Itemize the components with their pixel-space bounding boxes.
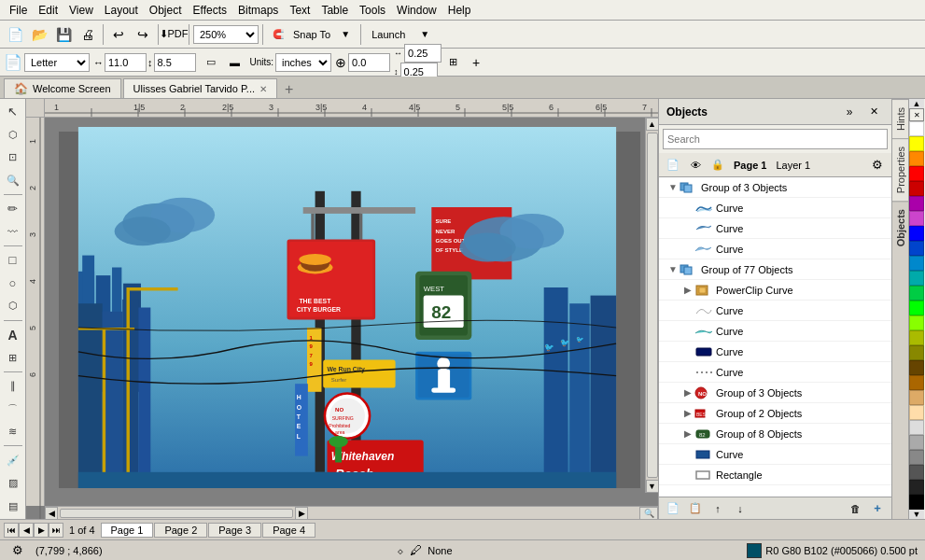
obj-curve-1[interactable]: ▶ Curve: [659, 198, 891, 218]
obj-curve-blue2[interactable]: ▶ Curve: [659, 444, 891, 465]
save-button[interactable]: 💾: [52, 23, 75, 46]
page-tab-3[interactable]: Page 3: [208, 523, 261, 538]
color-7[interactable]: [909, 226, 924, 241]
print-button[interactable]: 🖨: [77, 23, 99, 46]
side-tab-hints[interactable]: Hints: [892, 99, 908, 138]
menu-file[interactable]: File: [4, 2, 33, 19]
obj-curve-dashed[interactable]: ▶ Curve: [659, 362, 891, 383]
color-22[interactable]: [909, 450, 924, 465]
blend-tool[interactable]: ≋: [2, 421, 24, 443]
menu-edit[interactable]: Edit: [33, 2, 63, 19]
color-8[interactable]: [909, 241, 924, 256]
obj-group-3[interactable]: ▼ Group of 3 Objects: [659, 177, 891, 198]
panel-move-down-btn[interactable]: ↓: [730, 499, 750, 518]
menu-text[interactable]: Text: [284, 2, 315, 19]
panel-close[interactable]: ✕: [863, 103, 884, 121]
scroll-up-button[interactable]: ▲: [646, 118, 659, 131]
obj-curve-dark[interactable]: ▶ Curve: [659, 342, 891, 362]
layer-eye-btn[interactable]: 👁: [685, 156, 706, 175]
color-19[interactable]: [909, 405, 924, 420]
zoom-out-button[interactable]: 🔍: [639, 507, 658, 520]
expand-icon-group-77[interactable]: ▼: [666, 263, 680, 276]
smart-draw-tool[interactable]: 〰: [2, 221, 24, 244]
menu-object[interactable]: Object: [144, 2, 188, 19]
color-23[interactable]: [909, 465, 924, 480]
selection-tool[interactable]: ↖: [2, 101, 24, 123]
snap-dropdown[interactable]: ▼: [334, 23, 357, 46]
palette-scroll-down[interactable]: ▼: [909, 510, 924, 519]
side-tab-objects[interactable]: Objects: [892, 201, 908, 254]
color-13[interactable]: [909, 315, 924, 330]
zoom-tool[interactable]: 🔍: [2, 170, 24, 192]
color-white[interactable]: [909, 121, 924, 136]
parallel-tool[interactable]: ∥: [2, 375, 24, 398]
color-21[interactable]: [909, 435, 924, 450]
color-12[interactable]: [909, 301, 924, 315]
panel-add-plus-btn[interactable]: +: [867, 499, 888, 518]
tab-welcome[interactable]: 🏠 Welcome Screen: [4, 78, 121, 98]
obj-curve-3[interactable]: ▶ Curve: [659, 239, 891, 259]
color-17[interactable]: [909, 375, 924, 390]
page-next-btn[interactable]: ▶: [34, 523, 49, 538]
color-4[interactable]: [909, 181, 924, 196]
color-14[interactable]: [909, 330, 924, 345]
color-3[interactable]: [909, 166, 924, 181]
zoom-select[interactable]: 250% 100% 75% 50%: [193, 25, 259, 44]
panel-add-layer-btn[interactable]: 📋: [685, 499, 706, 518]
expand-icon-g8[interactable]: ▶: [681, 427, 694, 441]
palette-scroll-up[interactable]: ▲: [909, 99, 924, 108]
menu-view[interactable]: View: [63, 2, 99, 19]
expand-icon-g3i[interactable]: ▶: [681, 386, 694, 399]
scroll-thumb-h[interactable]: [60, 509, 293, 518]
obj-group-2[interactable]: ▶ BEST Group of 2 Objects: [659, 403, 891, 424]
rect-tool[interactable]: □: [2, 249, 24, 272]
color-9[interactable]: [909, 256, 924, 271]
color-16[interactable]: [909, 360, 924, 375]
color-11[interactable]: [909, 286, 924, 301]
table-tool[interactable]: ⊞: [2, 346, 24, 369]
page-tab-2[interactable]: Page 2: [154, 523, 207, 538]
tab-add-button[interactable]: +: [279, 81, 299, 98]
panel-new-layer-btn[interactable]: 📄: [663, 499, 683, 518]
resize-page-btn[interactable]: ⊞: [445, 51, 461, 74]
page-icon-btn[interactable]: 📄: [663, 156, 683, 175]
tab-close-icon[interactable]: ✕: [259, 84, 267, 94]
color-20[interactable]: [909, 420, 924, 435]
color-2[interactable]: [909, 151, 924, 166]
color-15[interactable]: [909, 345, 924, 360]
interactive-fill-tool[interactable]: ▨: [2, 472, 24, 495]
launch-dropdown[interactable]: ▼: [413, 23, 436, 46]
menu-window[interactable]: Window: [391, 2, 442, 19]
landscape-btn[interactable]: ▬: [224, 51, 246, 74]
side-tab-properties[interactable]: Properties: [892, 138, 908, 201]
layer-lock-btn[interactable]: 🔒: [708, 156, 728, 175]
freehand-tool[interactable]: ✏: [2, 198, 24, 220]
no-color-swatch[interactable]: ✕: [909, 108, 924, 121]
expand-icon-group-3[interactable]: ▼: [666, 181, 680, 194]
panel-move-up-btn[interactable]: ↑: [708, 499, 728, 518]
status-settings-btn[interactable]: ⚙: [7, 541, 28, 560]
obj-group-3-inner[interactable]: ▶ NO Group of 3 Objects: [659, 383, 891, 403]
nudge-h-input[interactable]: [404, 44, 441, 63]
smart-fill-tool[interactable]: ▤: [2, 495, 24, 517]
page-tab-4[interactable]: Page 4: [262, 523, 315, 538]
new-button[interactable]: 📄: [4, 23, 26, 46]
paper-size-select[interactable]: Letter: [24, 53, 90, 72]
expand-icon-powerclip[interactable]: ▶: [681, 284, 694, 297]
scroll-right-button[interactable]: ▶: [295, 507, 308, 520]
obj-curve-outline[interactable]: ▶ Curve: [659, 301, 891, 321]
text-tool[interactable]: A: [2, 324, 24, 346]
obj-group-8[interactable]: ▶ 82 Group of 8 Objects: [659, 424, 891, 444]
panel-settings-btn[interactable]: ⚙: [867, 156, 888, 175]
add-page-btn[interactable]: +: [465, 51, 487, 74]
height-input[interactable]: [154, 53, 196, 72]
polygon-tool[interactable]: ⬡: [2, 295, 24, 317]
import-button[interactable]: ⬇PDF: [162, 23, 185, 46]
portrait-btn[interactable]: ▭: [200, 51, 222, 74]
tab-document[interactable]: Ulisses Gabriel Tarvido P... ✕: [123, 78, 277, 98]
panel-arrow-right[interactable]: »: [839, 103, 860, 121]
redo-button[interactable]: ↪: [132, 23, 154, 46]
canvas-viewport[interactable]: THE BEST CITY BURGER SURE NEVER GOES OUT…: [45, 118, 658, 506]
horizontal-scrollbar[interactable]: ◀ ▶ 🔍: [45, 506, 658, 519]
eyedropper-tool[interactable]: 💉: [2, 449, 24, 471]
